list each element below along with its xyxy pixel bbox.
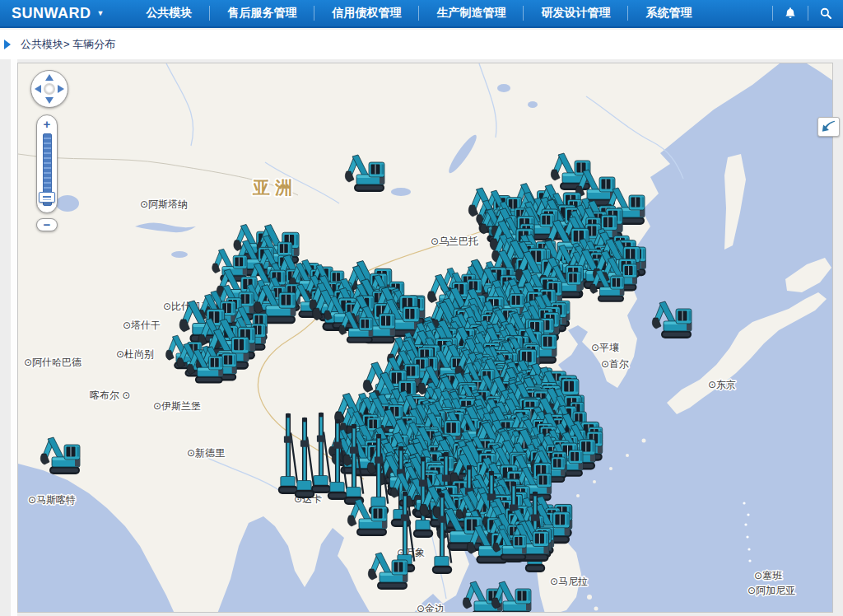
city-label: ⊙塔什干 [123,320,161,331]
main-menu: 公共模块 售后服务管理 信用债权管理 生产制造管理 研发设计管理 系统管理 [128,0,709,26]
zoom-slider-handle[interactable] [39,192,55,203]
breadcrumb: 公共模块> 车辆分布 [21,37,115,52]
sunward-logo[interactable]: SUNWARD ▼ [0,5,119,22]
city-label: 喀布尔 ⊙ [90,390,130,401]
nav-item-aftersales[interactable]: 售后服务管理 [210,0,314,26]
page-title: 车辆分布 [72,38,115,50]
pan-down-icon[interactable] [45,97,54,104]
vehicle-distribution-map[interactable]: 亚洲⊙阿斯塔纳⊙乌兰巴托⊙比什凯克⊙塔什干⊙杜尚别⊙阿什哈巴德喀布尔 ⊙⊙伊斯兰… [17,63,833,613]
city-label: ⊙马斯喀特 [28,494,76,506]
nav-item-system[interactable]: 系统管理 [628,0,709,26]
pan-right-icon[interactable] [58,85,64,93]
city-label: ⊙新德里 [187,447,226,459]
collapsed-sidebar-strip[interactable] [11,59,17,616]
pan-up-icon[interactable] [45,74,54,81]
chevron-down-icon: ▼ [97,9,105,17]
city-label: ⊙平壤 [591,342,619,353]
collapse-map-button[interactable] [817,117,840,137]
nav-item-public-module[interactable]: 公共模块 [128,0,209,26]
content-area: 亚洲⊙阿斯塔纳⊙乌兰巴托⊙比什凯克⊙塔什干⊙杜尚别⊙阿什哈巴德喀布尔 ⊙⊙伊斯兰… [0,59,843,616]
arrow-southwest-icon [821,119,837,134]
region-label: 亚洲 [252,178,297,197]
map-pan-control[interactable] [30,70,68,108]
city-label: ⊙阿加尼亚 [748,585,795,596]
zoom-out-button[interactable]: − [36,218,58,231]
breadcrumb-bar: 公共模块> 车辆分布 [0,30,843,59]
map-canvas[interactable]: 亚洲⊙阿斯塔纳⊙乌兰巴托⊙比什凯克⊙塔什干⊙杜尚别⊙阿什哈巴德喀布尔 ⊙⊙伊斯兰… [18,63,833,613]
city-label: ⊙阿什哈巴德 [24,357,82,368]
breadcrumb-separator: > [63,38,70,50]
city-label: ⊙乌兰巴托 [431,236,478,247]
city-label: ⊙阿斯塔纳 [140,198,188,210]
city-label: ⊙伊斯兰堡 [153,400,201,412]
zoom-in-button[interactable]: + [37,118,57,130]
city-label: ⊙塞班 [754,570,782,581]
city-label: ⊙杜尚别 [116,348,154,360]
bell-icon[interactable] [773,0,808,26]
nav-item-credit[interactable]: 信用债权管理 [314,0,418,26]
nav-item-rnd[interactable]: 研发设计管理 [524,0,627,26]
top-nav-bar: SUNWARD ▼ 公共模块 售后服务管理 信用债权管理 生产制造管理 研发设计… [0,0,843,28]
city-label: ⊙首尔 [601,358,629,370]
city-label: ⊙东京 [708,379,736,390]
city-label: ⊙金边 [417,603,445,613]
logo-text: SUNWARD [12,5,91,22]
sidebar-expand-arrow-icon[interactable] [4,40,11,49]
pan-left-icon[interactable] [35,85,41,93]
pan-center-button[interactable] [44,83,55,95]
nav-item-production[interactable]: 生产制造管理 [419,0,523,26]
nav-right-icons [772,0,843,26]
breadcrumb-section[interactable]: 公共模块 [21,38,63,50]
city-label: ⊙马尼拉 [550,576,588,587]
search-icon[interactable] [808,0,843,26]
